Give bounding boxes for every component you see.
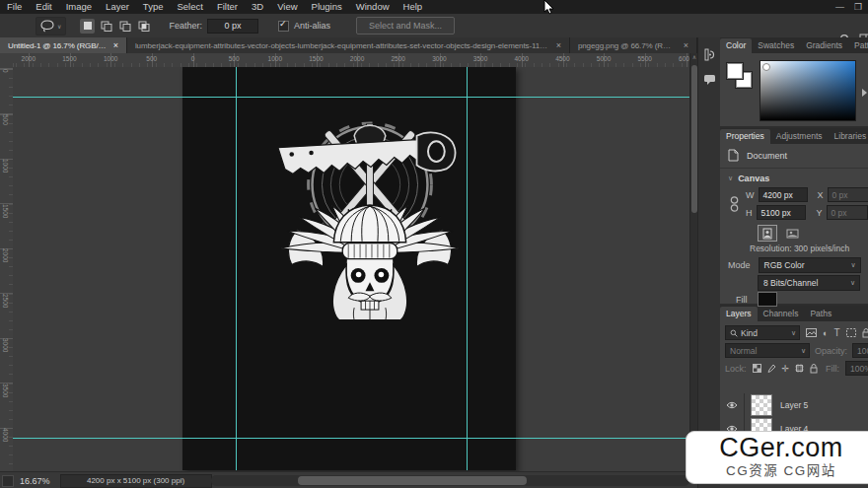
portrait-orientation-button[interactable] xyxy=(758,225,777,242)
width-field[interactable]: 4200 px xyxy=(759,187,808,202)
filter-shape-layers-icon[interactable] xyxy=(846,328,856,337)
new-selection-button[interactable] xyxy=(80,19,95,34)
panel-slider-arrow-icon[interactable] xyxy=(862,89,867,97)
color-mode-dropdown[interactable]: RGB Color xyxy=(759,257,861,273)
properties-panel-tabs: PropertiesAdjustmentsLibraries xyxy=(720,128,868,144)
panel-tab[interactable]: Properties xyxy=(720,129,770,144)
layers-panel-tabs: LayersChannelsPaths xyxy=(720,306,868,321)
layer-visibility-toggle[interactable] xyxy=(720,393,745,417)
lock-all-icon[interactable] xyxy=(810,364,818,374)
restore-icon[interactable]: ❐ xyxy=(854,2,862,12)
zoom-level-field[interactable]: 16.67% xyxy=(20,476,50,486)
close-tab-icon[interactable] xyxy=(556,40,561,50)
document-tab[interactable]: pngegg.png @ 66.7% (RGB... xyxy=(570,37,697,53)
ruler-label: 1000 xyxy=(2,159,9,173)
lock-image-pixels-icon[interactable] xyxy=(767,364,776,374)
layer-thumbnail[interactable] xyxy=(751,394,772,416)
menu-item[interactable]: Filter xyxy=(210,0,245,14)
menu-item[interactable]: Layer xyxy=(99,0,136,14)
chevron-down-icon: ∨ xyxy=(57,23,61,30)
bit-depth-dropdown[interactable]: 8 Bits/Channel xyxy=(758,275,860,291)
canvas-fill-color-swatch[interactable] xyxy=(758,292,777,307)
properties-panel: Document Canvas W 4200 px X 0 px H 5100 … xyxy=(720,144,868,304)
feather-input[interactable]: 0 px xyxy=(207,19,258,34)
color-panel-tabs: ColorSwatchesGradientsPatterns xyxy=(720,37,868,53)
add-to-selection-button[interactable] xyxy=(99,19,113,34)
height-field[interactable]: 5100 px xyxy=(757,205,806,220)
filter-pixel-layers-icon[interactable] xyxy=(806,328,817,337)
guide-vertical-right[interactable] xyxy=(467,67,468,470)
panel-tab[interactable]: Color xyxy=(720,38,752,53)
document-tab[interactable]: lumberjack-equipment-attributes-vector-o… xyxy=(127,37,570,53)
panel-tab[interactable]: Gradients xyxy=(800,38,848,53)
select-and-mask-button[interactable]: Select and Mask... xyxy=(356,17,455,35)
document-info-box[interactable]: 4200 px x 5100 px (300 ppi) xyxy=(60,474,212,488)
panel-tab[interactable]: Channels xyxy=(758,307,805,321)
landscape-orientation-button[interactable] xyxy=(782,225,802,242)
document-tab-bar: Untitled-1 @ 16.7% (RGB/8) * lumberjack-… xyxy=(0,37,697,53)
ruler-label: 1000 xyxy=(254,53,296,65)
panel-tab[interactable]: Swatches xyxy=(752,38,800,53)
tool-preset-dropdown[interactable]: ∨ xyxy=(36,17,66,35)
lock-artboard-icon[interactable] xyxy=(795,364,804,373)
menu-item[interactable]: Edit xyxy=(29,0,58,14)
foreground-color-swatch[interactable] xyxy=(726,62,744,80)
history-panel-icon[interactable] xyxy=(702,47,717,62)
color-picker-handle[interactable] xyxy=(762,63,770,71)
vertical-ruler[interactable]: 05001000150020002500300035004000 xyxy=(0,67,14,471)
canvas-area[interactable] xyxy=(13,67,689,471)
foreground-background-swatches[interactable] xyxy=(726,62,754,90)
document-icon xyxy=(728,149,739,162)
horizontal-scrollbar[interactable] xyxy=(211,475,689,486)
color-picker-field[interactable] xyxy=(760,60,856,121)
lock-position-icon[interactable]: ✛ xyxy=(782,364,790,374)
panel-dock: ColorSwatchesGradientsPatterns Propertie… xyxy=(720,37,868,488)
x-field[interactable]: 0 px xyxy=(828,187,868,202)
horizontal-ruler[interactable]: 2000150010005000500100015002000250030003… xyxy=(13,53,689,68)
ruler-label: 1500 xyxy=(49,53,91,65)
comments-panel-icon[interactable] xyxy=(702,72,717,87)
menu-item[interactable]: Help xyxy=(397,0,430,14)
y-field[interactable]: 0 px xyxy=(827,205,868,220)
y-label: Y xyxy=(817,208,823,218)
opacity-field[interactable]: 100% xyxy=(852,343,868,358)
menu-item[interactable]: Window xyxy=(349,0,397,14)
watermark: CGer.com CG资源 CG网站 xyxy=(686,431,868,484)
ruler-label: 6000 xyxy=(666,53,690,65)
menu-item[interactable]: Select xyxy=(170,0,209,14)
blend-mode-dropdown[interactable]: Normal xyxy=(725,343,810,358)
menu-item[interactable]: View xyxy=(270,0,304,14)
document-tab[interactable]: Untitled-1 @ 16.7% (RGB/8) * xyxy=(0,37,127,53)
antialias-checkbox[interactable] xyxy=(278,21,289,32)
filter-adjustment-layers-icon[interactable]: ◐ xyxy=(823,328,828,338)
minimize-icon[interactable]: — xyxy=(835,2,844,12)
filter-type-layers-icon[interactable]: T xyxy=(833,327,839,338)
menu-item[interactable]: Image xyxy=(59,0,99,14)
intersect-selection-button[interactable] xyxy=(136,19,151,34)
layer-row[interactable]: Layer 5 xyxy=(720,393,868,418)
guide-horizontal-top[interactable] xyxy=(13,97,689,98)
panel-tab[interactable]: Libraries xyxy=(829,129,868,144)
menu-item[interactable]: 3D xyxy=(245,0,270,14)
subtract-from-selection-button[interactable] xyxy=(117,19,132,34)
close-tab-icon[interactable] xyxy=(113,40,118,50)
close-tab-icon[interactable] xyxy=(684,40,688,50)
ruler-label: 2500 xyxy=(2,294,9,308)
panel-tab[interactable]: Adjustments xyxy=(770,129,829,144)
panel-tab[interactable]: Layers xyxy=(720,307,758,321)
menu-item[interactable]: File xyxy=(0,0,29,14)
link-dimensions-icon[interactable] xyxy=(730,195,739,215)
horizontal-scrollbar-thumb[interactable] xyxy=(298,476,527,485)
filter-smart-objects-icon[interactable] xyxy=(862,328,868,338)
panel-tab[interactable]: Patterns xyxy=(848,38,868,53)
layer-filter-kind-dropdown[interactable]: Kind xyxy=(725,325,800,340)
canvas-section-label[interactable]: Canvas xyxy=(738,174,769,183)
layer-fill-field[interactable]: 100% xyxy=(845,361,868,376)
panel-tab[interactable]: Paths xyxy=(804,307,837,321)
menu-item[interactable]: Type xyxy=(136,0,171,14)
menu-item[interactable]: Plugins xyxy=(305,0,349,14)
lock-transparent-pixels-icon[interactable] xyxy=(753,364,761,373)
document-row-label[interactable]: Document xyxy=(747,151,787,161)
guide-vertical-left[interactable] xyxy=(236,67,237,470)
guide-horizontal-bottom[interactable] xyxy=(13,438,689,439)
